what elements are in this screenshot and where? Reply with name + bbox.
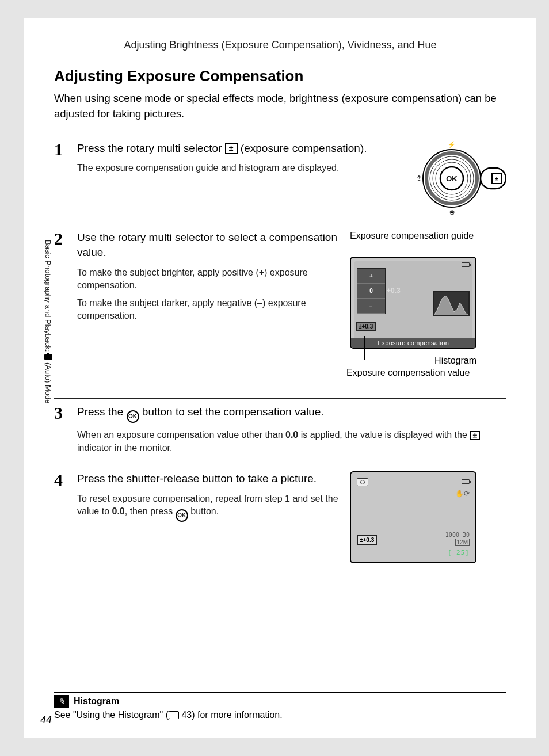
ok-label: OK [446,174,458,183]
callout-labels: Histogram Exposure compensation value [350,349,476,392]
callout-line [382,245,382,257]
camera-monitor: ✋⟳ 1000 30 12M [ 25] ±+0.3 [350,471,476,563]
step-1: 1 Press the rotary multi selector (expos… [54,141,506,218]
section-heading: Adjusting Exposure Compensation [54,67,506,85]
ecv-label: Exposure compensation value [346,367,470,379]
step-number: 1 [54,141,69,158]
step-4-title: Press the shutter-release button to take… [77,471,342,487]
exposure-guide-figure: Exposure compensation guide + 0 − +0.3 ±… [350,230,476,393]
ev-scale: + 0 − [357,268,386,314]
battery-icon [462,262,470,267]
step-3-desc: When an exposure compensation value othe… [77,429,506,455]
step-2: 2 Use the rotary multi selector to selec… [54,230,506,393]
separator [54,465,506,465]
step-4-desc: To reset exposure compensation, repeat f… [77,492,342,522]
side-tab [0,190,13,437]
ok-button-icon: OK [176,509,188,522]
step-2-desc-2: To make the subject darker, apply negati… [77,297,342,323]
chapter-side-label: Basic Photography and Playback: (Auto) M… [44,240,52,404]
step-4: 4 Press the shutter-release button to ta… [54,471,506,563]
separator [54,224,506,224]
screen-caption: Exposure compensation [351,338,475,348]
footnote: ✎ Histogram See "Using the Histogram" ( … [54,692,506,720]
separator [54,398,506,399]
guide-label: Exposure compensation guide [350,230,476,242]
step-number: 4 [54,471,69,488]
breadcrumb: Adjusting Brightness (Exposure Compensat… [54,39,506,51]
step-2-title: Use the rotary multi selector to select … [77,230,342,261]
intro-paragraph: When using scene mode or special effects… [54,91,506,122]
ok-button-icon: OK [127,410,139,423]
page-number: 44 [40,714,52,726]
battery-icon [462,479,470,484]
ev-current-value: +0.3 [387,287,401,295]
book-icon [169,711,179,719]
note-icon: ✎ [54,695,69,708]
page: Basic Photography and Playback: (Auto) M… [24,18,536,738]
shutter-info: 1000 30 [445,532,470,538]
camera-icon [44,354,52,360]
step-number: 3 [54,404,69,422]
svg-text:±: ± [495,175,498,182]
remaining-count: [ 25] [448,549,470,556]
svg-text:⚡: ⚡ [448,141,456,148]
exposure-compensation-icon [225,143,238,154]
camera-screen: + 0 − +0.3 ±+0.3 Exposure compensation [350,257,476,349]
histogram-label: Histogram [434,356,476,366]
ec-badge: ±+0.3 [357,535,377,545]
step-1-desc: The exposure compensation guide and hist… [77,162,401,174]
exposure-compensation-icon [470,431,480,440]
ev-plus: + [357,269,385,284]
footnote-body: See "Using the Histogram" ( 43) for more… [54,710,506,720]
ec-badge: ±+0.3 [356,322,376,331]
histogram-icon [433,291,470,316]
step-3-title: Press the OK button to set the compensat… [77,404,506,423]
ev-minus: − [357,299,385,314]
side-label-after: (Auto) Mode [44,362,52,404]
image-size-indicator: 12M [455,539,470,546]
step-1-title: Press the rotary multi selector (exposur… [77,141,401,156]
rotary-dial-figure: OK ⚡ ❀ ⏱ ± [409,141,506,218]
separator [54,135,506,135]
step-2-desc-1: To make the subject brighter, apply posi… [77,266,342,292]
svg-text:❀: ❀ [449,209,455,216]
svg-text:⏱: ⏱ [416,175,422,182]
camera-mode-icon [357,478,368,486]
footnote-title: Histogram [74,696,119,707]
vr-icon: ✋⟳ [455,490,470,498]
step-number: 2 [54,230,69,247]
step-3: 3 Press the OK button to set the compens… [54,404,506,459]
side-label-before: Basic Photography and Playback: [44,240,52,352]
ev-zero: 0 [357,284,385,299]
monitor-figure: ✋⟳ 1000 30 12M [ 25] ±+0.3 [350,471,476,563]
